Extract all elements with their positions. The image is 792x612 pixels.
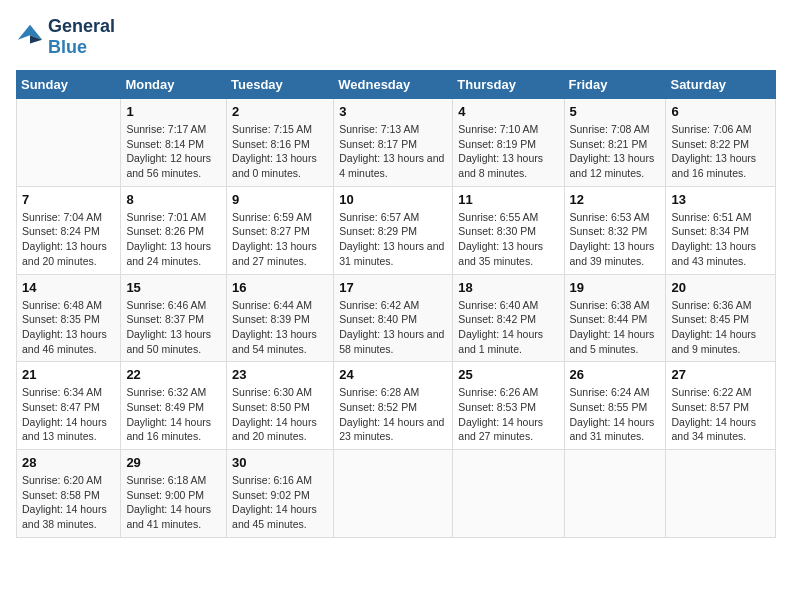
day-info: Sunrise: 7:10 AMSunset: 8:19 PMDaylight:… [458,122,558,181]
day-info: Sunrise: 7:13 AMSunset: 8:17 PMDaylight:… [339,122,447,181]
day-info: Sunrise: 6:40 AMSunset: 8:42 PMDaylight:… [458,298,558,357]
calendar-cell [666,450,776,538]
day-number: 4 [458,104,558,119]
day-info: Sunrise: 7:06 AMSunset: 8:22 PMDaylight:… [671,122,770,181]
weekday-header-row: SundayMondayTuesdayWednesdayThursdayFrid… [17,71,776,99]
calendar-cell: 10Sunrise: 6:57 AMSunset: 8:29 PMDayligh… [334,186,453,274]
calendar-cell: 26Sunrise: 6:24 AMSunset: 8:55 PMDayligh… [564,362,666,450]
calendar-cell: 29Sunrise: 6:18 AMSunset: 9:00 PMDayligh… [121,450,227,538]
day-number: 11 [458,192,558,207]
day-number: 10 [339,192,447,207]
calendar-cell [17,99,121,187]
day-info: Sunrise: 6:18 AMSunset: 9:00 PMDaylight:… [126,473,221,532]
calendar-cell [453,450,564,538]
day-info: Sunrise: 6:42 AMSunset: 8:40 PMDaylight:… [339,298,447,357]
weekday-header-thursday: Thursday [453,71,564,99]
day-info: Sunrise: 7:17 AMSunset: 8:14 PMDaylight:… [126,122,221,181]
day-info: Sunrise: 6:44 AMSunset: 8:39 PMDaylight:… [232,298,328,357]
day-number: 3 [339,104,447,119]
weekday-header-saturday: Saturday [666,71,776,99]
calendar-cell: 7Sunrise: 7:04 AMSunset: 8:24 PMDaylight… [17,186,121,274]
day-number: 22 [126,367,221,382]
weekday-header-monday: Monday [121,71,227,99]
day-number: 9 [232,192,328,207]
day-number: 8 [126,192,221,207]
day-info: Sunrise: 7:08 AMSunset: 8:21 PMDaylight:… [570,122,661,181]
day-number: 16 [232,280,328,295]
calendar-cell: 23Sunrise: 6:30 AMSunset: 8:50 PMDayligh… [227,362,334,450]
day-info: Sunrise: 6:55 AMSunset: 8:30 PMDaylight:… [458,210,558,269]
day-info: Sunrise: 6:20 AMSunset: 8:58 PMDaylight:… [22,473,115,532]
page-header: General Blue [16,16,776,58]
weekday-header-friday: Friday [564,71,666,99]
calendar-cell: 25Sunrise: 6:26 AMSunset: 8:53 PMDayligh… [453,362,564,450]
day-info: Sunrise: 6:53 AMSunset: 8:32 PMDaylight:… [570,210,661,269]
calendar-cell: 3Sunrise: 7:13 AMSunset: 8:17 PMDaylight… [334,99,453,187]
day-info: Sunrise: 6:57 AMSunset: 8:29 PMDaylight:… [339,210,447,269]
calendar-cell: 12Sunrise: 6:53 AMSunset: 8:32 PMDayligh… [564,186,666,274]
calendar-cell: 28Sunrise: 6:20 AMSunset: 8:58 PMDayligh… [17,450,121,538]
calendar-cell: 27Sunrise: 6:22 AMSunset: 8:57 PMDayligh… [666,362,776,450]
calendar-cell: 19Sunrise: 6:38 AMSunset: 8:44 PMDayligh… [564,274,666,362]
calendar-week-row: 14Sunrise: 6:48 AMSunset: 8:35 PMDayligh… [17,274,776,362]
day-number: 5 [570,104,661,119]
calendar-cell: 11Sunrise: 6:55 AMSunset: 8:30 PMDayligh… [453,186,564,274]
day-info: Sunrise: 6:34 AMSunset: 8:47 PMDaylight:… [22,385,115,444]
weekday-header-wednesday: Wednesday [334,71,453,99]
logo-text: General Blue [48,16,115,58]
day-info: Sunrise: 7:04 AMSunset: 8:24 PMDaylight:… [22,210,115,269]
weekday-header-sunday: Sunday [17,71,121,99]
calendar-cell: 30Sunrise: 6:16 AMSunset: 9:02 PMDayligh… [227,450,334,538]
day-number: 20 [671,280,770,295]
day-info: Sunrise: 6:59 AMSunset: 8:27 PMDaylight:… [232,210,328,269]
day-number: 15 [126,280,221,295]
calendar-cell: 4Sunrise: 7:10 AMSunset: 8:19 PMDaylight… [453,99,564,187]
day-number: 17 [339,280,447,295]
calendar-cell: 9Sunrise: 6:59 AMSunset: 8:27 PMDaylight… [227,186,334,274]
day-number: 26 [570,367,661,382]
day-info: Sunrise: 6:38 AMSunset: 8:44 PMDaylight:… [570,298,661,357]
calendar-cell: 17Sunrise: 6:42 AMSunset: 8:40 PMDayligh… [334,274,453,362]
day-number: 1 [126,104,221,119]
day-number: 24 [339,367,447,382]
day-info: Sunrise: 6:28 AMSunset: 8:52 PMDaylight:… [339,385,447,444]
day-info: Sunrise: 6:36 AMSunset: 8:45 PMDaylight:… [671,298,770,357]
calendar-table: SundayMondayTuesdayWednesdayThursdayFrid… [16,70,776,538]
calendar-cell: 8Sunrise: 7:01 AMSunset: 8:26 PMDaylight… [121,186,227,274]
calendar-cell: 13Sunrise: 6:51 AMSunset: 8:34 PMDayligh… [666,186,776,274]
day-info: Sunrise: 6:51 AMSunset: 8:34 PMDaylight:… [671,210,770,269]
day-info: Sunrise: 7:01 AMSunset: 8:26 PMDaylight:… [126,210,221,269]
day-number: 23 [232,367,328,382]
day-number: 29 [126,455,221,470]
calendar-cell: 1Sunrise: 7:17 AMSunset: 8:14 PMDaylight… [121,99,227,187]
day-info: Sunrise: 6:32 AMSunset: 8:49 PMDaylight:… [126,385,221,444]
calendar-week-row: 1Sunrise: 7:17 AMSunset: 8:14 PMDaylight… [17,99,776,187]
calendar-cell: 22Sunrise: 6:32 AMSunset: 8:49 PMDayligh… [121,362,227,450]
day-info: Sunrise: 6:48 AMSunset: 8:35 PMDaylight:… [22,298,115,357]
logo: General Blue [16,16,115,58]
calendar-cell: 21Sunrise: 6:34 AMSunset: 8:47 PMDayligh… [17,362,121,450]
day-number: 21 [22,367,115,382]
day-number: 30 [232,455,328,470]
day-info: Sunrise: 7:15 AMSunset: 8:16 PMDaylight:… [232,122,328,181]
calendar-cell: 20Sunrise: 6:36 AMSunset: 8:45 PMDayligh… [666,274,776,362]
day-number: 19 [570,280,661,295]
day-info: Sunrise: 6:16 AMSunset: 9:02 PMDaylight:… [232,473,328,532]
day-info: Sunrise: 6:24 AMSunset: 8:55 PMDaylight:… [570,385,661,444]
calendar-cell: 16Sunrise: 6:44 AMSunset: 8:39 PMDayligh… [227,274,334,362]
day-info: Sunrise: 6:46 AMSunset: 8:37 PMDaylight:… [126,298,221,357]
calendar-cell: 2Sunrise: 7:15 AMSunset: 8:16 PMDaylight… [227,99,334,187]
day-number: 14 [22,280,115,295]
day-info: Sunrise: 6:26 AMSunset: 8:53 PMDaylight:… [458,385,558,444]
day-number: 25 [458,367,558,382]
calendar-cell: 18Sunrise: 6:40 AMSunset: 8:42 PMDayligh… [453,274,564,362]
day-number: 7 [22,192,115,207]
day-number: 28 [22,455,115,470]
day-number: 18 [458,280,558,295]
calendar-week-row: 28Sunrise: 6:20 AMSunset: 8:58 PMDayligh… [17,450,776,538]
day-number: 27 [671,367,770,382]
day-number: 13 [671,192,770,207]
weekday-header-tuesday: Tuesday [227,71,334,99]
calendar-cell: 15Sunrise: 6:46 AMSunset: 8:37 PMDayligh… [121,274,227,362]
calendar-cell [564,450,666,538]
